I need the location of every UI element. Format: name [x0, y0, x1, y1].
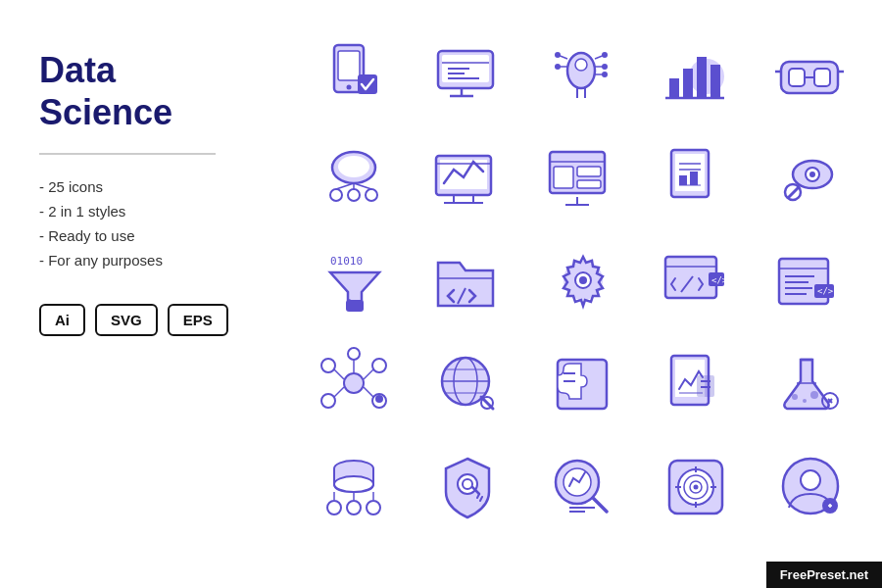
svg-rect-1	[338, 51, 360, 80]
svg-point-23	[555, 64, 561, 70]
svg-rect-28	[683, 69, 693, 98]
icon-cell-data-report	[651, 132, 744, 225]
svg-point-129	[334, 476, 373, 492]
svg-point-68	[809, 172, 815, 177]
svg-line-102	[364, 387, 373, 397]
icon-cell-bar-chart	[651, 29, 744, 122]
svg-point-92	[344, 373, 364, 393]
svg-rect-63	[679, 175, 687, 185]
svg-rect-55	[577, 167, 601, 176]
svg-line-100	[364, 369, 373, 379]
svg-point-122	[803, 399, 807, 403]
svg-text:</>: </>	[711, 275, 728, 285]
svg-rect-29	[697, 57, 707, 98]
icon-cell-eye-magnify	[764, 132, 858, 225]
svg-point-42	[366, 189, 377, 201]
icon-cell-ai-head	[537, 29, 630, 122]
icon-cell-data-search	[537, 441, 630, 534]
svg-line-69	[789, 187, 799, 197]
page-title: DataScience	[39, 49, 245, 133]
icon-cell-document-chart	[651, 338, 744, 431]
svg-point-39	[338, 156, 369, 177]
svg-point-95	[321, 394, 335, 408]
svg-point-2	[347, 84, 352, 89]
svg-point-21	[602, 72, 608, 77]
icon-cell-code-network: </>	[651, 235, 744, 328]
svg-point-97	[348, 348, 360, 360]
features-list: - 25 icons - 2 in 1 styles - Ready to us…	[39, 178, 245, 269]
icon-cell-gear-analytics	[537, 235, 630, 328]
svg-point-131	[347, 501, 361, 514]
svg-point-13	[575, 59, 587, 71]
svg-point-20	[602, 64, 608, 70]
svg-point-130	[327, 501, 341, 514]
svg-point-78	[579, 276, 587, 284]
icon-cell-folder-code	[423, 235, 516, 328]
icon-cell-database-network	[310, 441, 403, 534]
feature-item: - Ready to use	[39, 227, 245, 244]
left-panel: DataScience - 25 icons - 2 in 1 styles -…	[0, 0, 284, 588]
watermark: FreePreset.net	[766, 562, 882, 588]
svg-line-101	[334, 387, 344, 397]
svg-line-45	[354, 183, 371, 189]
feature-item: - 2 in 1 styles	[39, 203, 245, 220]
icons-grid: 01010	[284, 0, 882, 564]
icon-cell-cloud-network	[310, 132, 403, 225]
icon-cell-code-block: </>	[764, 235, 858, 328]
icon-cell-puzzle-data	[537, 338, 630, 431]
icon-cell-shield-key	[423, 441, 516, 534]
svg-rect-30	[710, 65, 720, 98]
icon-cell-user-analytics	[764, 441, 858, 534]
icon-cell-data-filter: 01010	[310, 235, 403, 328]
feature-item: - 25 icons	[39, 178, 245, 195]
feature-item: - For any purposes	[39, 252, 245, 269]
svg-point-136	[458, 474, 477, 494]
svg-point-103	[375, 395, 383, 403]
svg-point-142	[564, 468, 591, 496]
svg-rect-27	[669, 78, 679, 98]
svg-point-22	[555, 52, 561, 58]
svg-rect-54	[554, 167, 573, 188]
svg-point-93	[321, 359, 335, 372]
svg-point-40	[330, 189, 342, 201]
icon-cell-network-nodes	[310, 338, 403, 431]
svg-line-99	[334, 369, 344, 379]
svg-point-121	[792, 394, 798, 400]
svg-rect-56	[577, 180, 601, 188]
icon-cell-vr-headset	[764, 29, 858, 122]
badge-ai[interactable]: Ai	[39, 304, 85, 336]
svg-text:</>: </>	[817, 286, 834, 296]
icon-cell-target	[651, 441, 744, 534]
svg-point-123	[810, 391, 818, 399]
icon-cell-flask-lab	[764, 338, 858, 431]
svg-line-143	[593, 498, 607, 512]
icon-cell-globe-analytics	[423, 338, 516, 431]
svg-rect-64	[690, 172, 698, 185]
svg-point-156	[801, 470, 820, 490]
svg-point-94	[372, 359, 386, 372]
badges-container: Ai SVG EPS	[39, 304, 245, 336]
svg-line-43	[336, 183, 354, 189]
svg-point-41	[348, 189, 360, 201]
svg-text:01010: 01010	[330, 255, 363, 268]
svg-point-19	[602, 52, 608, 58]
badge-eps[interactable]: EPS	[168, 304, 228, 336]
badge-svg[interactable]: SVG	[95, 304, 158, 336]
icon-cell-monitor-data	[423, 29, 516, 122]
svg-rect-33	[789, 69, 805, 86]
icon-cell-dashboard-settings	[537, 132, 630, 225]
svg-point-150	[694, 484, 699, 489]
svg-point-132	[367, 501, 380, 514]
right-wrapper: 01010	[284, 0, 882, 588]
icon-cell-analytics-screen	[423, 132, 516, 225]
icon-cell-mobile-check	[310, 29, 403, 122]
svg-rect-73	[346, 300, 364, 312]
svg-rect-34	[814, 69, 830, 86]
divider	[39, 153, 216, 155]
